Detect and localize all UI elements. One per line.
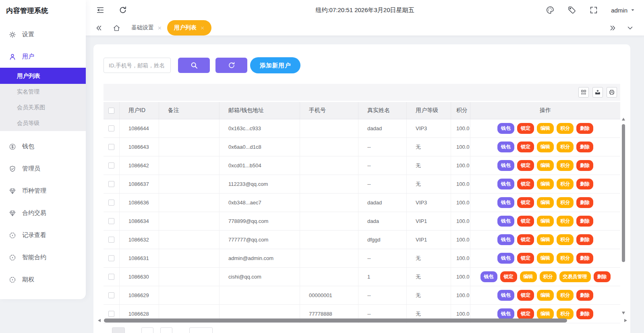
row-action-button[interactable]: 编辑 bbox=[537, 160, 554, 171]
close-icon[interactable] bbox=[157, 26, 162, 30]
row-checkbox[interactable] bbox=[108, 274, 114, 280]
row-checkbox[interactable] bbox=[108, 144, 114, 150]
row-action-button[interactable]: 删除 bbox=[576, 197, 593, 208]
row-action-button[interactable]: 锁定 bbox=[500, 271, 517, 282]
row-checkbox[interactable] bbox=[108, 311, 114, 317]
sidebar-item[interactable]: 合约交易 bbox=[0, 202, 86, 224]
row-action-button[interactable]: 编辑 bbox=[537, 234, 554, 245]
pagination-button[interactable] bbox=[112, 327, 125, 333]
pagination-button[interactable] bbox=[141, 327, 153, 333]
row-action-button[interactable]: 积分 bbox=[557, 142, 574, 152]
row-action-button[interactable]: 编辑 bbox=[537, 123, 554, 134]
row-action-button[interactable]: 钱包 bbox=[497, 216, 514, 227]
row-action-button[interactable]: 积分 bbox=[557, 123, 574, 134]
row-action-button[interactable]: 编辑 bbox=[537, 197, 554, 208]
print-button[interactable] bbox=[607, 87, 617, 98]
search-button[interactable] bbox=[178, 58, 210, 73]
row-action-button[interactable]: 锁定 bbox=[517, 234, 534, 245]
row-action-button[interactable]: 删除 bbox=[576, 123, 593, 134]
sidebar-item[interactable]: 钱包 bbox=[0, 135, 86, 158]
row-action-button[interactable]: 积分 bbox=[557, 253, 574, 264]
row-action-button[interactable]: 积分 bbox=[557, 197, 574, 208]
tab[interactable]: 基础设置 bbox=[126, 20, 167, 35]
add-user-button[interactable]: 添加新用户 bbox=[250, 57, 300, 73]
chevrons-right-icon[interactable] bbox=[609, 25, 616, 31]
row-checkbox[interactable] bbox=[108, 255, 114, 261]
user-menu[interactable]: admin bbox=[611, 7, 635, 14]
row-action-button[interactable]: 编辑 bbox=[520, 271, 537, 282]
row-action-button[interactable]: 删除 bbox=[576, 142, 593, 152]
vertical-scrollbar[interactable] bbox=[621, 117, 626, 315]
row-action-button[interactable]: 锁定 bbox=[517, 253, 534, 264]
row-action-button[interactable]: 交易员管理 bbox=[559, 271, 591, 282]
sidebar-item[interactable]: 智能合约 bbox=[0, 246, 86, 268]
row-action-button[interactable]: 积分 bbox=[557, 308, 574, 319]
refresh-icon[interactable] bbox=[118, 6, 127, 15]
row-action-button[interactable]: 删除 bbox=[576, 160, 593, 171]
row-action-button[interactable]: 删除 bbox=[576, 308, 593, 319]
row-action-button[interactable]: 编辑 bbox=[537, 290, 554, 301]
scroll-left-icon[interactable] bbox=[98, 319, 101, 322]
row-action-button[interactable]: 钱包 bbox=[497, 308, 514, 319]
tab-menu-chevron-down-icon[interactable] bbox=[627, 25, 634, 31]
row-action-button[interactable]: 锁定 bbox=[517, 308, 534, 319]
row-checkbox[interactable] bbox=[108, 125, 114, 131]
row-action-button[interactable]: 积分 bbox=[557, 290, 574, 301]
row-action-button[interactable]: 钱包 bbox=[480, 271, 497, 282]
sidebar-item[interactable]: 期权 bbox=[0, 268, 86, 291]
pagination-button[interactable] bbox=[189, 327, 213, 333]
scroll-right-icon[interactable] bbox=[624, 319, 627, 322]
row-action-button[interactable]: 删除 bbox=[576, 253, 593, 264]
row-action-button[interactable]: 钱包 bbox=[497, 290, 514, 301]
row-action-button[interactable]: 钱包 bbox=[497, 179, 514, 189]
vertical-scroll-thumb[interactable] bbox=[622, 124, 625, 262]
sidebar-item[interactable]: 管理员 bbox=[0, 158, 86, 180]
row-checkbox[interactable] bbox=[108, 181, 114, 187]
refresh-list-button[interactable] bbox=[215, 58, 247, 73]
row-action-button[interactable]: 删除 bbox=[576, 290, 593, 301]
row-action-button[interactable]: 锁定 bbox=[517, 290, 534, 301]
palette-icon[interactable] bbox=[546, 6, 555, 15]
row-action-button[interactable]: 删除 bbox=[576, 179, 593, 189]
row-checkbox[interactable] bbox=[108, 162, 114, 169]
row-checkbox[interactable] bbox=[108, 292, 114, 298]
search-input[interactable] bbox=[104, 58, 171, 73]
sidebar-subitem[interactable]: 实名管理 bbox=[0, 84, 86, 100]
row-action-button[interactable]: 钱包 bbox=[497, 253, 514, 264]
select-all-checkbox[interactable] bbox=[108, 108, 114, 114]
sidebar-subitem[interactable]: 会员关系图 bbox=[0, 100, 86, 115]
row-action-button[interactable]: 锁定 bbox=[517, 216, 534, 227]
row-checkbox[interactable] bbox=[108, 237, 114, 243]
pagination-button[interactable] bbox=[160, 327, 172, 333]
row-action-button[interactable]: 编辑 bbox=[537, 253, 554, 264]
row-action-button[interactable]: 钱包 bbox=[497, 197, 514, 208]
row-action-button[interactable]: 编辑 bbox=[537, 179, 554, 189]
row-action-button[interactable]: 积分 bbox=[557, 216, 574, 227]
tag-icon[interactable] bbox=[567, 6, 576, 15]
row-action-button[interactable]: 锁定 bbox=[517, 160, 534, 171]
row-action-button[interactable]: 钱包 bbox=[497, 160, 514, 171]
row-checkbox[interactable] bbox=[108, 218, 114, 224]
tab-active[interactable]: 用户列表 bbox=[167, 20, 211, 35]
sidebar-subitem[interactable]: 用户列表 bbox=[0, 68, 86, 84]
row-action-button[interactable]: 删除 bbox=[594, 271, 611, 282]
sidebar-item[interactable]: 币种管理 bbox=[0, 180, 86, 202]
sidebar-item[interactable]: 用户 bbox=[0, 46, 86, 68]
horizontal-scroll-thumb[interactable] bbox=[104, 318, 567, 323]
home-icon[interactable] bbox=[113, 24, 120, 32]
scroll-up-icon[interactable] bbox=[622, 118, 625, 121]
row-action-button[interactable]: 积分 bbox=[557, 179, 574, 189]
chevrons-left-icon[interactable] bbox=[95, 25, 102, 31]
columns-button[interactable] bbox=[578, 87, 589, 98]
row-checkbox[interactable] bbox=[108, 200, 114, 206]
close-icon[interactable] bbox=[200, 26, 205, 30]
sidebar-item[interactable]: 记录查看 bbox=[0, 224, 86, 246]
row-action-button[interactable]: 钱包 bbox=[497, 142, 514, 152]
row-action-button[interactable]: 删除 bbox=[576, 216, 593, 227]
row-action-button[interactable]: 删除 bbox=[576, 234, 593, 245]
row-action-button[interactable]: 锁定 bbox=[517, 197, 534, 208]
row-action-button[interactable]: 锁定 bbox=[517, 123, 534, 134]
row-action-button[interactable]: 钱包 bbox=[497, 123, 514, 134]
scroll-down-icon[interactable] bbox=[622, 312, 625, 314]
row-action-button[interactable]: 积分 bbox=[557, 160, 574, 171]
